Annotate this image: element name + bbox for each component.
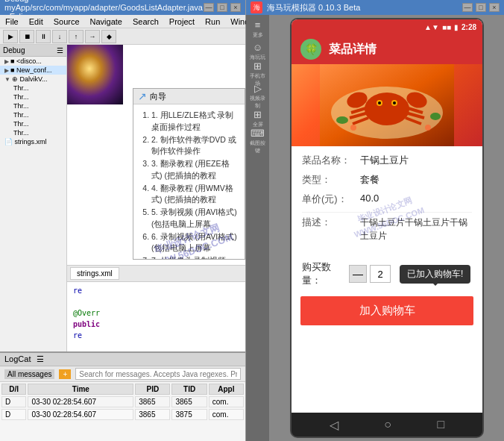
tree-arrow-icon-2: ▶ (4, 67, 9, 74)
code-line (73, 296, 239, 307)
toolbar-btn-3[interactable]: ⏸ (36, 30, 51, 43)
tree-item-thr5[interactable]: Thr... (0, 119, 66, 128)
logcat-header-icon: ☰ (37, 354, 44, 364)
logcat-search-input[interactable] (75, 368, 241, 380)
added-to-cart-tooltip[interactable]: 已加入购物车! (400, 265, 470, 284)
toolbar-btn-6[interactable]: → (85, 30, 100, 43)
tree-item-strings[interactable]: 📄 strings.xml (0, 137, 66, 146)
list-item: 4. 翻录教程 (用WMV格式) (把插抽的教程 (151, 183, 239, 207)
left-bar-more[interactable]: ≡ 更多 (248, 19, 268, 39)
home-nav-icon[interactable]: ○ (384, 418, 391, 431)
left-bar-haiwanwan[interactable]: ☺ 海玩玩 (248, 42, 268, 61)
emulator-minimize-btn[interactable]: — (462, 3, 473, 12)
market-icon: ⊞ (253, 60, 262, 72)
menu-source[interactable]: Source (51, 17, 82, 26)
qty-minus-btn[interactable]: — (349, 265, 367, 283)
thr-label-2: Thr... (4, 93, 29, 101)
tutorial-header: ↗ 向导 (133, 89, 245, 104)
svg-point-14 (393, 101, 396, 104)
tutorial-content: 毕业设计论文网 WWW.56DOC.COM 1. 用LLE/ZLE格式 录制桌面… (133, 104, 245, 260)
menu-file[interactable]: File (3, 17, 21, 26)
svg-point-17 (350, 125, 356, 131)
video-icon: ▷ (254, 83, 262, 94)
more-label: 更多 (253, 31, 263, 39)
list-item: 6. 录制视频 (用AVI格式) (包括电脑上屏幕 (151, 231, 239, 255)
menu-project[interactable]: Project (167, 17, 197, 26)
qty-display: 2 (370, 265, 391, 283)
cell-tid: 3875 (171, 409, 207, 420)
left-bar-video[interactable]: ▷ 视频录制 (248, 87, 268, 106)
fullscreen-icon: ⊞ (253, 109, 262, 120)
tree-item-dalvik[interactable]: ▼ ⊕ DalvikV... (0, 75, 66, 84)
code-line: @Overr (73, 307, 239, 319)
video-label: 视频录制 (248, 95, 268, 110)
menu-search[interactable]: Search (130, 17, 161, 26)
eclipse-window-controls: — □ × (204, 3, 241, 12)
toolbar-btn-5[interactable]: ↑ (69, 30, 84, 43)
more-icon: ≡ (255, 19, 261, 31)
recent-nav-icon[interactable]: □ (438, 418, 445, 431)
svg-point-15 (336, 116, 348, 124)
menu-run[interactable]: Run (203, 17, 222, 26)
logcat-table: D/I Time PID TID Appl D 03-30 02:28:54.6… (0, 382, 245, 422)
emulator-titlebar: 海 海马玩模拟器 0.10.3 Beta — □ × (246, 0, 504, 15)
thr-label: Thr... (4, 84, 29, 92)
tree-item-thr4[interactable]: Thr... (0, 110, 66, 119)
col-pid: PID (135, 384, 170, 395)
emulator-window-controls: — □ × (462, 3, 500, 12)
toolbar-btn-7[interactable]: ◆ (101, 30, 116, 43)
food-price-row: 单价(元)： 40.0 (302, 193, 472, 206)
menu-edit[interactable]: Edit (27, 17, 45, 26)
list-item: 7. 从摄像头录制视频 (用WM... (151, 255, 239, 260)
phone-device: ▲▼ ■■ ▮ 2:28 🍀 菜品详情 (290, 18, 484, 438)
close-button[interactable]: × (230, 3, 241, 12)
toolbar-btn-4[interactable]: ↓ (52, 30, 67, 43)
tree-item-disco[interactable]: ▶ ■ <disco... (0, 57, 66, 66)
logcat-add-filter-btn[interactable]: + (59, 369, 71, 379)
cell-level: D (1, 409, 26, 420)
emulator-title-text: 海马玩模拟器 0.10.3 Beta (267, 2, 360, 13)
tree-item-thr6[interactable]: Thr... (0, 128, 66, 137)
tree-dalvik-label: ⊕ DalvikV... (12, 75, 48, 83)
food-image (292, 64, 482, 146)
code-editor-tabs: strings.xml (67, 266, 245, 282)
add-to-cart-button[interactable]: 加入购物车 (300, 296, 473, 325)
tree-item-thr2[interactable]: Thr... (0, 93, 66, 101)
screenshot-label: 截图按键 (248, 140, 268, 154)
food-desc-row: 描述： 干锅土豆片干锅土豆片干锅土豆片 (302, 216, 472, 243)
tree-item-thr1[interactable]: Thr... (0, 84, 66, 93)
wifi-icon: ▲▼ (424, 23, 439, 31)
left-bar-market[interactable]: ⊞ 手机市场 (248, 64, 268, 84)
code-line: re (73, 330, 239, 341)
menu-navigate[interactable]: Navigate (88, 17, 125, 26)
code-line: public (73, 319, 239, 330)
phone-screen: ▲▼ ■■ ▮ 2:28 🍀 菜品详情 (292, 19, 482, 413)
food-desc-label: 描述： (302, 216, 354, 229)
toolbar-btn-1[interactable]: ▶ (3, 30, 18, 43)
left-bar-fullscreen[interactable]: ⊞ 全屏 (248, 109, 268, 128)
emulator-close-btn[interactable]: × (489, 3, 500, 12)
svg-point-16 (430, 113, 441, 120)
food-name-value: 干锅土豆片 (360, 154, 472, 167)
toolbar-btn-2[interactable]: ⏹ (19, 30, 34, 43)
strings-xml-tab[interactable]: strings.xml (70, 267, 119, 280)
cell-level: D (1, 396, 26, 407)
tree-item-label: ■ <disco... (10, 57, 42, 65)
minimize-button[interactable]: — (204, 3, 214, 12)
thr-label-4: Thr... (4, 111, 29, 119)
col-tid: TID (171, 384, 207, 395)
cell-app: com. (209, 409, 244, 420)
left-bar-screenshot[interactable]: ⌨ 截图按键 (248, 131, 268, 151)
emulator-maximize-btn[interactable]: □ (476, 3, 486, 12)
tree-item-thr3[interactable]: Thr... (0, 101, 66, 110)
maximize-button[interactable]: □ (217, 3, 227, 12)
strings-label: 📄 strings.xml (4, 138, 47, 146)
separator (302, 212, 472, 213)
emulator-brand-icon: 海 (251, 1, 262, 13)
cell-time: 03-30 02:28:54.607 (28, 409, 133, 420)
eclipse-toolbar: ▶ ⏹ ⏸ ↓ ↑ → ◆ (0, 28, 245, 45)
food-name-label: 菜品名称： (302, 154, 354, 167)
galaxy-image (67, 45, 123, 104)
back-nav-icon[interactable]: ◁ (330, 418, 338, 432)
tree-item-new-conf[interactable]: ▶ ■ New_conf... (0, 66, 66, 75)
